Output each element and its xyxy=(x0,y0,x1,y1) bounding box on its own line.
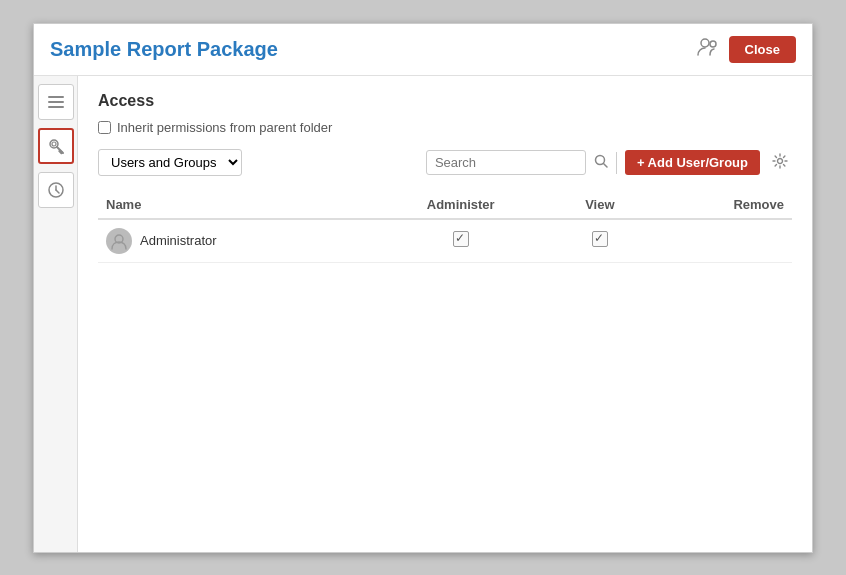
close-button[interactable]: Close xyxy=(729,36,796,63)
main-content: Access Inherit permissions from parent f… xyxy=(78,76,812,552)
access-table: Name Administer View Remove xyxy=(98,191,792,263)
user-name: Administrator xyxy=(140,233,217,248)
sidebar xyxy=(34,76,78,552)
svg-point-6 xyxy=(52,142,56,146)
col-view: View xyxy=(551,191,649,219)
inherit-label: Inherit permissions from parent folder xyxy=(117,120,332,135)
table-row: Administrator xyxy=(98,219,792,263)
sidebar-item-history[interactable] xyxy=(38,172,74,208)
body: Access Inherit permissions from parent f… xyxy=(34,76,812,552)
main-window: Sample Report Package Close xyxy=(33,23,813,553)
filter-select[interactable]: Users and Groups Users Groups xyxy=(98,149,242,176)
header-actions: Close xyxy=(697,36,796,63)
svg-rect-2 xyxy=(48,96,64,98)
filter-row: Users and Groups Users Groups + Add User… xyxy=(98,149,792,177)
administer-cell xyxy=(370,219,551,263)
search-icon xyxy=(594,154,608,171)
users-icon xyxy=(697,37,719,62)
inherit-checkbox[interactable] xyxy=(98,121,111,134)
section-title: Access xyxy=(98,92,792,110)
page-title: Sample Report Package xyxy=(50,38,278,61)
col-remove: Remove xyxy=(649,191,792,219)
svg-point-14 xyxy=(778,158,783,163)
sidebar-item-list[interactable] xyxy=(38,84,74,120)
col-name: Name xyxy=(98,191,370,219)
view-cell xyxy=(551,219,649,263)
svg-line-13 xyxy=(603,164,607,168)
header: Sample Report Package Close xyxy=(34,24,812,76)
svg-point-0 xyxy=(701,39,709,47)
remove-cell xyxy=(649,219,792,263)
search-wrapper: + Add User/Group xyxy=(426,149,792,177)
table-header-row: Name Administer View Remove xyxy=(98,191,792,219)
avatar xyxy=(106,228,132,254)
svg-rect-3 xyxy=(48,101,64,103)
col-administer: Administer xyxy=(370,191,551,219)
svg-point-1 xyxy=(710,41,716,47)
svg-line-11 xyxy=(56,190,59,193)
search-input[interactable] xyxy=(426,150,586,175)
administer-checkbox[interactable] xyxy=(453,231,469,247)
svg-rect-4 xyxy=(48,106,64,108)
divider xyxy=(616,152,617,174)
sidebar-item-permissions[interactable] xyxy=(38,128,74,164)
view-checkbox[interactable] xyxy=(592,231,608,247)
inherit-row: Inherit permissions from parent folder xyxy=(98,120,792,135)
user-cell: Administrator xyxy=(106,228,362,254)
settings-button[interactable] xyxy=(768,149,792,177)
add-user-group-button[interactable]: + Add User/Group xyxy=(625,150,760,175)
user-name-cell: Administrator xyxy=(98,219,370,263)
